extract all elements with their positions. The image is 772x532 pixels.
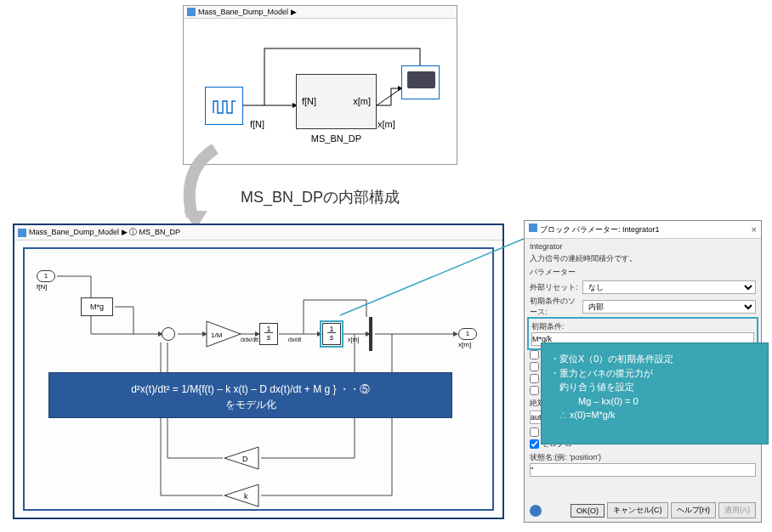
top-canvas[interactable]: f[N] f[N] x[m] MS_BN_DP x[m]: [184, 19, 457, 161]
signal-ddx: ddx/dtt: [241, 337, 258, 342]
equation-line1: d²x(t)/dt² = 1/M{f(t) – k x(t) – D dx(t)…: [56, 382, 445, 397]
state-checkbox[interactable]: [530, 362, 539, 371]
state-port-checkbox[interactable]: [530, 386, 539, 395]
subsystem-window: Mass_Bane_Dump_Model ▶ ⓘ MS_BN_DP: [13, 224, 504, 519]
svg-marker-11: [224, 447, 258, 469]
gain-block-k[interactable]: k: [224, 484, 259, 507]
equation-annotation: d²x(t)/dt² = 1/M{f(t) – k x(t) – D dx(t)…: [48, 372, 452, 418]
anno-line5: ∴ x(0)=M*g/k: [550, 408, 759, 422]
subsystem-titlebar: Mass_Bane_Dump_Model ▶ ⓘ MS_BN_DP: [14, 225, 502, 241]
signal-label-fn: f[N]: [250, 119, 264, 129]
anno-line3: 釣り合う値を設定: [550, 380, 759, 394]
inport-block[interactable]: 1: [37, 270, 55, 282]
dialog-titlebar: ブロック パラメーター: Integrator1 ×: [525, 221, 761, 239]
anno-line2: ・重力とバネの復元力が: [550, 366, 759, 381]
integrator-block-2[interactable]: 1 s: [322, 323, 341, 345]
subsystem-block[interactable]: f[N] x[m]: [296, 74, 377, 129]
block-type-label: Integrator: [530, 242, 756, 251]
svg-text:k: k: [244, 492, 248, 501]
state-name-input[interactable]: [530, 463, 756, 477]
close-icon[interactable]: ×: [752, 224, 757, 235]
scope-block[interactable]: [401, 65, 440, 99]
ic-label: 初期条件:: [531, 321, 754, 332]
center-heading: MS_BN_DPの内部構成: [241, 187, 400, 207]
dialog-title-text: ブロック パラメーター: Integrator1: [540, 225, 660, 234]
linearize-checkbox[interactable]: [530, 427, 539, 437]
subsystem-canvas[interactable]: 1 f[N] M*g 1/M ddx/dtt 1 s dx/dt 1 s x[m…: [14, 241, 502, 518]
zerocross-checkbox[interactable]: [530, 439, 539, 449]
simulink-icon: [187, 8, 196, 16]
equation-line2: をモデル化: [56, 397, 445, 412]
pulse-generator-block[interactable]: [205, 87, 243, 125]
sat-checkbox[interactable]: [530, 374, 539, 383]
ic-source-label: 初期条件のソース:: [530, 296, 579, 318]
ext-reset-label: 外部リセット:: [530, 282, 579, 293]
params-heading: パラメーター: [530, 267, 756, 278]
help-icon[interactable]: [530, 505, 542, 517]
simulink-icon: [529, 224, 537, 232]
sum-block-1[interactable]: [162, 327, 175, 341]
subsystem-in-label: f[N]: [302, 96, 316, 106]
signal-dx: dx/dt: [288, 337, 301, 342]
annotation-callout: ・変位X（0）の初期条件設定 ・重力とバネの復元力が 釣り合う値を設定 Mg –…: [541, 342, 769, 444]
top-simulink-window: Mass_Bane_Dump_Model ▶ f[N] f[N] x[m] MS…: [183, 5, 457, 165]
gain-block-d[interactable]: D: [224, 446, 259, 470]
gain-block-1m[interactable]: 1/M: [206, 320, 241, 348]
svg-marker-13: [224, 484, 258, 507]
top-breadcrumb[interactable]: Mass_Bane_Dump_Model ▶: [198, 8, 297, 16]
drill-down-arrow-icon: [177, 144, 236, 229]
limit-output-checkbox[interactable]: [530, 350, 539, 359]
integrator-block-1[interactable]: 1 s: [259, 323, 278, 345]
ok-button[interactable]: OK(O): [570, 504, 605, 518]
svg-text:1/M: 1/M: [211, 331, 223, 339]
subsystem-name: MS_BN_DP: [296, 133, 377, 144]
block-description: 入力信号の連続時間積分です。: [530, 253, 756, 264]
state-name-label: 状態名:(例: 'position'): [530, 452, 756, 463]
svg-text:D: D: [242, 455, 248, 463]
simulink-icon: [18, 229, 26, 237]
apply-button[interactable]: 適用(A): [718, 502, 756, 518]
anno-line4: Mg – kx(0) = 0: [550, 394, 759, 409]
ic-source-select[interactable]: 内部: [582, 300, 756, 314]
mux-block[interactable]: [369, 317, 372, 351]
inport-label: f[N]: [37, 283, 47, 291]
top-window-titlebar: Mass_Bane_Dump_Model ▶: [184, 6, 457, 19]
outport-label: x[m]: [458, 341, 471, 348]
anno-line1: ・変位X（0）の初期条件設定: [550, 352, 759, 366]
subsystem-breadcrumb[interactable]: Mass_Bane_Dump_Model ▶ ⓘ MS_BN_DP: [29, 227, 180, 238]
subsystem-out-label: x[m]: [353, 96, 371, 106]
constant-block-mg[interactable]: M*g: [81, 297, 113, 316]
signal-label-xm: x[m]: [377, 119, 395, 129]
signal-x: x[m]: [348, 337, 359, 342]
help-button[interactable]: ヘルプ(H): [671, 502, 717, 518]
ext-reset-select[interactable]: なし: [582, 280, 756, 294]
outport-block[interactable]: 1: [458, 328, 477, 340]
cancel-button[interactable]: キャンセル(C): [607, 502, 668, 518]
